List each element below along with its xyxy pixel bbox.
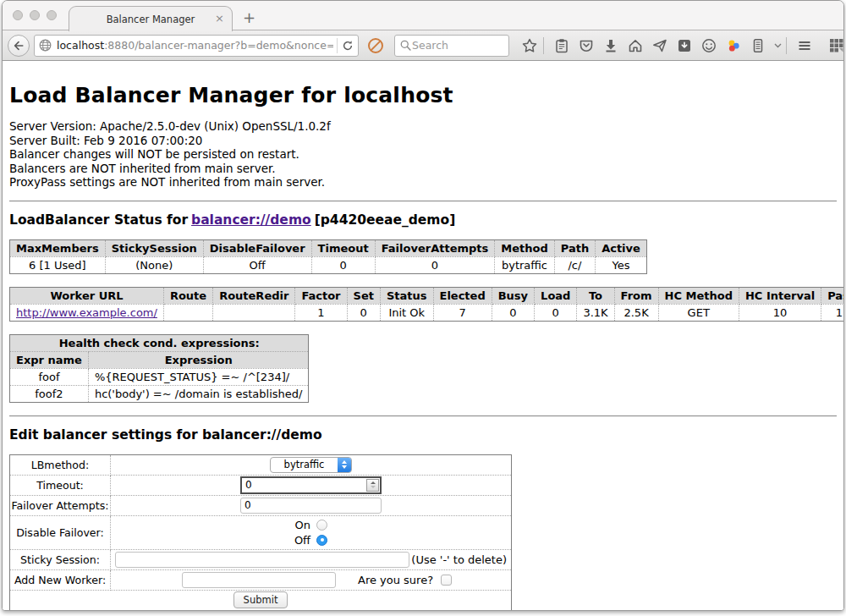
reload-icon[interactable] <box>341 39 354 52</box>
worker-header-cell: Load <box>535 287 577 304</box>
downloads-icon[interactable] <box>601 35 621 57</box>
zoom-window-button[interactable] <box>47 10 57 20</box>
sticky-session-input[interactable] <box>115 552 409 568</box>
select-stepper-icon <box>338 458 351 472</box>
lbmethod-label: LBmethod: <box>10 454 111 475</box>
worker-header-cell: Set <box>347 287 380 304</box>
search-bar[interactable] <box>394 35 509 57</box>
server-version-line: Server Version: Apache/2.5.0-dev (Unix) … <box>9 119 837 134</box>
caret-down-icon[interactable] <box>772 35 783 57</box>
worker-value-cell: 2.5K <box>614 304 658 321</box>
balancer-header-cell: StickySession <box>105 239 203 256</box>
are-you-sure-checkbox[interactable] <box>441 575 452 586</box>
balancer-header-cell: Active <box>596 239 647 256</box>
site-identity-globe-icon[interactable] <box>38 38 52 52</box>
timeout-cell <box>111 475 512 495</box>
balancer-header-cell: Path <box>554 239 595 256</box>
radio-off-label: Off <box>294 534 310 547</box>
form-row-disable-failover: Disable Failover: On Off <box>10 515 512 549</box>
navigation-toolbar: localhost:8880/balancer-manager?b=demo&n… <box>3 30 843 61</box>
divider <box>9 415 837 417</box>
new-tab-button[interactable]: + <box>243 8 255 26</box>
radio-off[interactable] <box>316 535 327 546</box>
tablet-icon[interactable] <box>748 35 768 57</box>
timeout-input[interactable] <box>242 478 365 492</box>
worker-header-cell: To <box>577 287 614 304</box>
are-you-sure-label: Are you sure? <box>358 574 433 586</box>
failover-attempts-cell <box>111 495 512 515</box>
balancer-demo-link[interactable]: balancer://demo <box>191 212 311 228</box>
send-plane-icon[interactable] <box>650 35 670 57</box>
expr-name-cell: foof <box>10 368 89 385</box>
worker-value-cell: 0 <box>535 304 577 321</box>
submit-cell: Submit <box>10 590 512 610</box>
address-bar[interactable]: localhost:8880/balancer-manager?b=demo&n… <box>34 35 359 57</box>
inherit-note-line: Balancers are NOT inherited from main se… <box>9 162 837 176</box>
failover-attempts-input[interactable] <box>240 498 382 514</box>
search-icon <box>399 39 412 52</box>
proxypass-note-line: ProxyPass settings are NOT inherited fro… <box>9 175 837 190</box>
menu-icon[interactable] <box>794 35 815 57</box>
minimize-window-button[interactable] <box>30 10 40 20</box>
expression-cell: hc('body') =~ /domain is established/ <box>88 385 309 402</box>
balancer-value-cell: /c/ <box>554 256 595 273</box>
tab-title: Balancer Manager <box>107 14 195 25</box>
back-arrow-icon <box>12 39 25 52</box>
submit-button[interactable]: Submit <box>233 591 288 608</box>
balancer-settings-form: LBmethod: bytraffic Timeout: <box>9 454 512 611</box>
worker-header-cell: HC Interval <box>739 287 821 304</box>
lbmethod-select[interactable]: bytraffic <box>270 457 352 473</box>
toolbar-separator <box>543 37 544 54</box>
worker-url-link[interactable]: http://www.example.com/ <box>16 306 157 319</box>
close-window-button[interactable] <box>13 10 23 20</box>
extension-dots-icon[interactable] <box>723 35 744 57</box>
form-row-sticky-session: Sticky Session: (Use '-' to delete) <box>10 549 512 569</box>
pocket-icon[interactable] <box>576 35 596 57</box>
reading-list-clipboard-icon[interactable] <box>552 35 572 57</box>
server-built-line: Server Built: Feb 9 2016 07:00:20 <box>9 134 837 148</box>
adblock-icon[interactable] <box>365 35 386 57</box>
health-table-title: Health check cond. expressions: <box>10 334 309 351</box>
back-button[interactable] <box>8 35 30 57</box>
disable-failover-cell: On Off <box>111 515 512 549</box>
form-row-submit: Submit <box>10 590 512 610</box>
sticky-session-note: (Use '-' to delete) <box>411 553 507 566</box>
worker-header-cell: Passes <box>821 287 843 304</box>
worker-header-cell: Factor <box>295 287 347 304</box>
add-worker-input[interactable] <box>182 572 336 588</box>
balancer-value-cell: Off <box>203 256 311 273</box>
worker-header-cell: Busy <box>492 287 534 304</box>
disable-failover-label: Disable Failover: <box>10 515 111 549</box>
status-heading-prefix: LoadBalancer Status for <box>9 212 188 228</box>
panel-download-icon[interactable] <box>674 35 695 57</box>
worker-header-cell: Elected <box>433 287 492 304</box>
lbmethod-selected-value: bytraffic <box>271 458 338 472</box>
add-worker-cell: Are you sure? <box>111 569 512 590</box>
feedback-smiley-icon[interactable] <box>699 35 719 57</box>
url-text[interactable]: localhost:8880/balancer-manager?b=demo&n… <box>57 39 333 52</box>
tab-balancer-manager[interactable]: Balancer Manager × <box>69 6 233 31</box>
radio-on[interactable] <box>316 520 327 531</box>
worker-value-cell: 3.1K <box>577 304 614 321</box>
url-path: :8880/balancer-manager?b=demo&nonce=decc… <box>104 39 333 52</box>
persist-note-line: Balancer changes will NOT be persisted o… <box>9 147 837 162</box>
divider <box>9 201 837 202</box>
balancer-header-cell: FailoverAttempts <box>375 239 495 256</box>
loadbalancer-status-heading: LoadBalancer Status forbalancer://demo[p… <box>9 212 837 228</box>
radio-on-label: On <box>294 519 310 531</box>
table-row: http://www.example.com/ 10Init Ok7003.1K… <box>10 304 844 321</box>
bookmark-star-icon[interactable] <box>519 35 540 57</box>
balancer-value-cell: 0 <box>311 256 375 273</box>
timeout-field-wrap <box>240 476 382 494</box>
grid-icon[interactable] <box>827 35 844 57</box>
worker-header-cell: RouteRedir <box>213 287 295 304</box>
home-icon[interactable] <box>625 35 645 57</box>
table-header-row: Expr name Expression <box>10 351 309 368</box>
search-input[interactable] <box>412 39 497 52</box>
tab-close-icon[interactable]: × <box>215 13 224 25</box>
lbmethod-cell: bytraffic <box>111 454 512 475</box>
number-spinner-icon[interactable] <box>366 479 379 492</box>
expression-cell: %{REQUEST_STATUS} =~ /^[234]/ <box>88 368 309 385</box>
worker-header-cell: HC Method <box>658 287 739 304</box>
failover-attempts-label: Failover Attempts: <box>10 495 111 515</box>
